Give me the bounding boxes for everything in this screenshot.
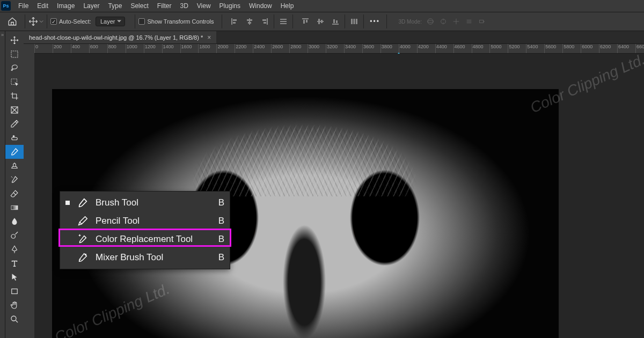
more-options-button[interactable]: ••• xyxy=(367,18,383,25)
separator xyxy=(25,14,25,28)
svg-rect-22 xyxy=(353,19,355,24)
menu-image[interactable]: Image xyxy=(53,2,79,10)
close-tab-icon[interactable]: × xyxy=(207,34,211,41)
color-replace-icon xyxy=(76,233,89,246)
menu-layer[interactable]: Layer xyxy=(79,2,104,10)
move-tool-icon[interactable] xyxy=(28,14,43,29)
workspace: » head-shot-close-up-wild-owl-night.jpg … xyxy=(0,31,644,338)
svg-rect-2 xyxy=(233,22,236,24)
flyout-item-brush[interactable]: Brush ToolB xyxy=(60,194,230,212)
tool-spot-heal[interactable] xyxy=(5,131,24,145)
separator xyxy=(386,14,387,28)
svg-rect-7 xyxy=(262,19,266,21)
menu-edit[interactable]: Edit xyxy=(33,2,53,10)
tool-clone-stamp[interactable] xyxy=(5,159,24,173)
show-transform-label: Show Transform Controls xyxy=(147,18,214,25)
active-dot-icon xyxy=(65,201,70,205)
align-center-v-icon[interactable] xyxy=(314,16,326,27)
tool-zoom[interactable] xyxy=(5,312,24,326)
svg-rect-23 xyxy=(356,19,357,24)
menu-select[interactable]: Select xyxy=(126,2,152,10)
distribute-spacing-icon[interactable] xyxy=(348,16,360,27)
menu-plugins[interactable]: Plugins xyxy=(215,2,245,10)
svg-rect-33 xyxy=(11,205,18,210)
menu-bar: Ps File Edit Image Layer Type Select Fil… xyxy=(0,0,644,12)
menu-window[interactable]: Window xyxy=(245,2,276,10)
align-center-h-icon[interactable] xyxy=(244,16,255,27)
3d-zoom-icon[interactable] xyxy=(478,17,486,26)
distribute-icon[interactable] xyxy=(277,16,289,27)
flyout-item-shortcut: B xyxy=(218,216,224,226)
3d-orbit-icon[interactable] xyxy=(426,17,435,26)
svg-point-35 xyxy=(11,234,16,239)
svg-point-28 xyxy=(484,21,485,22)
tool-pen[interactable] xyxy=(5,243,24,256)
tool-history-brush[interactable] xyxy=(5,173,24,187)
tool-gradient[interactable] xyxy=(5,201,24,215)
align-bottom-icon[interactable] xyxy=(330,16,341,27)
3d-slide-icon[interactable] xyxy=(465,17,473,26)
ruler-vertical[interactable] xyxy=(24,44,34,338)
svg-rect-8 xyxy=(264,22,266,24)
separator xyxy=(47,14,47,28)
flyout-item-pencil[interactable]: Pencil ToolB xyxy=(60,212,230,230)
brush-icon xyxy=(76,196,89,209)
tool-rect-marquee[interactable] xyxy=(5,47,24,61)
menu-type[interactable]: Type xyxy=(104,2,126,10)
svg-rect-12 xyxy=(302,18,309,19)
align-left-icon[interactable] xyxy=(229,16,240,27)
3d-roll-icon[interactable] xyxy=(439,17,448,26)
tool-lasso[interactable] xyxy=(5,61,24,75)
tool-eyedropper[interactable] xyxy=(5,117,24,131)
svg-rect-11 xyxy=(280,23,287,24)
tool-crop[interactable] xyxy=(5,89,24,103)
svg-rect-5 xyxy=(248,22,251,24)
tool-type[interactable] xyxy=(5,256,24,270)
app-icon: Ps xyxy=(1,1,11,11)
svg-rect-14 xyxy=(306,20,308,23)
svg-rect-6 xyxy=(267,18,268,25)
separator xyxy=(345,14,345,28)
tool-brush[interactable] xyxy=(5,145,24,159)
auto-select-target[interactable]: Layer xyxy=(96,17,126,26)
svg-rect-15 xyxy=(317,21,324,22)
svg-rect-32 xyxy=(12,137,18,140)
panel-expand-button[interactable]: » xyxy=(0,31,5,338)
flyout-item-shortcut: B xyxy=(218,252,224,263)
svg-rect-3 xyxy=(249,18,250,25)
3d-mode-label: 3D Mode: xyxy=(399,19,422,25)
show-transform-checkbox[interactable] xyxy=(138,18,145,25)
menu-file[interactable]: File xyxy=(14,2,33,10)
menu-filter[interactable]: Filter xyxy=(153,2,176,10)
tool-hand[interactable] xyxy=(5,298,24,312)
ruler-horizontal[interactable]: 0200400600800100012001400160018002000220… xyxy=(34,44,644,54)
document-tab-title: head-shot-close-up-wild-owl-night.jpg @ … xyxy=(29,34,203,41)
tool-dodge[interactable] xyxy=(5,229,24,243)
tool-path-select[interactable] xyxy=(5,270,24,284)
tool-object-selection[interactable] xyxy=(5,75,24,89)
svg-point-38 xyxy=(85,254,86,255)
align-right-icon[interactable] xyxy=(259,16,270,27)
tool-blur[interactable] xyxy=(5,215,24,229)
auto-select-checkbox[interactable] xyxy=(50,18,57,25)
svg-rect-18 xyxy=(332,24,339,25)
tool-move[interactable] xyxy=(5,33,24,47)
align-top-icon[interactable] xyxy=(299,16,311,27)
svg-rect-13 xyxy=(303,20,305,24)
tool-eraser[interactable] xyxy=(5,187,24,201)
tool-rectangle[interactable] xyxy=(5,284,24,298)
flyout-item-mixer-brush[interactable]: Mixer Brush ToolB xyxy=(60,248,230,267)
menu-3d[interactable]: 3D xyxy=(175,2,192,10)
document-tab[interactable]: head-shot-close-up-wild-owl-night.jpg @ … xyxy=(24,31,216,43)
separator xyxy=(363,14,364,28)
3d-pan-icon[interactable] xyxy=(452,17,460,26)
svg-point-37 xyxy=(11,316,16,321)
tool-frame[interactable] xyxy=(5,103,24,117)
flyout-item-color-replace[interactable]: Color Replacement ToolB xyxy=(60,230,230,248)
home-button[interactable] xyxy=(3,14,21,29)
menu-view[interactable]: View xyxy=(193,2,215,10)
pencil-icon xyxy=(76,215,89,227)
separator xyxy=(222,14,222,28)
menu-help[interactable]: Help xyxy=(276,2,298,10)
svg-rect-4 xyxy=(247,19,252,21)
